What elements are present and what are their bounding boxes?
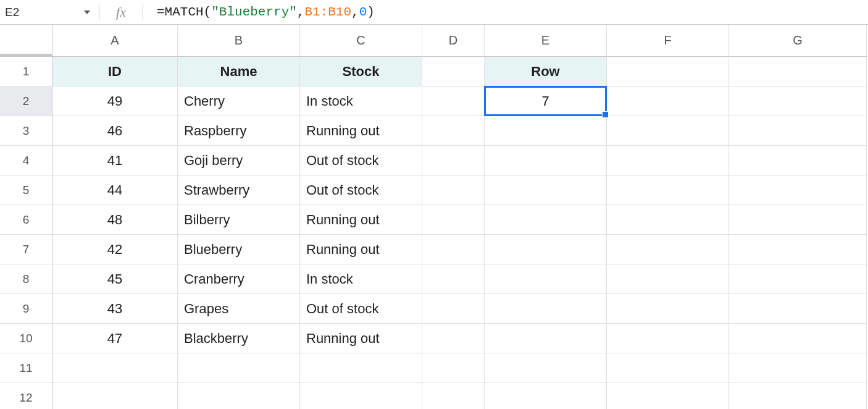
cell-G7[interactable] (729, 235, 867, 264)
cell-B12[interactable] (178, 383, 300, 409)
column-header-B[interactable]: B (178, 25, 300, 57)
cell-A10[interactable]: 47 (52, 324, 178, 353)
cell-E1[interactable]: Row (485, 57, 607, 86)
name-box-dropdown-icon[interactable] (84, 11, 90, 14)
cell-E12[interactable] (485, 383, 607, 409)
cell-C9[interactable]: Out of stock (300, 294, 422, 324)
row-header-5[interactable]: 5 (0, 175, 52, 205)
cell-A8[interactable]: 45 (52, 264, 178, 294)
cell-G2[interactable] (729, 86, 867, 116)
select-all-corner[interactable] (0, 25, 52, 57)
cell-C4[interactable]: Out of stock (300, 146, 422, 175)
cell-B3[interactable]: Raspberry (178, 116, 300, 146)
cell-A7[interactable]: 42 (52, 235, 178, 264)
cell-F4[interactable] (607, 146, 729, 175)
row-header-1[interactable]: 1 (0, 57, 52, 86)
cell-D5[interactable] (422, 175, 485, 205)
cell-C12[interactable] (300, 383, 422, 409)
cell-F11[interactable] (607, 353, 729, 383)
cell-F1[interactable] (607, 57, 729, 86)
cell-D11[interactable] (422, 353, 485, 383)
cell-D7[interactable] (422, 235, 485, 264)
cell-E4[interactable] (485, 146, 607, 175)
row-header-9[interactable]: 9 (0, 294, 52, 324)
row-header-4[interactable]: 4 (0, 146, 52, 175)
row-header-11[interactable]: 11 (0, 353, 52, 383)
cell-F3[interactable] (607, 116, 729, 146)
cell-F2[interactable] (607, 86, 729, 116)
cell-E6[interactable] (485, 205, 607, 235)
cell-E11[interactable] (485, 353, 607, 383)
cell-A1[interactable]: ID (52, 57, 178, 86)
cell-F7[interactable] (607, 235, 729, 264)
cell-D9[interactable] (422, 294, 485, 324)
cell-C10[interactable]: Running out (300, 324, 422, 353)
cell-E9[interactable] (485, 294, 607, 324)
cell-B8[interactable]: Cranberry (178, 264, 300, 294)
cell-G6[interactable] (729, 205, 867, 235)
cell-B4[interactable]: Goji berry (178, 146, 300, 175)
column-header-A[interactable]: A (52, 25, 178, 57)
cell-E8[interactable] (485, 264, 607, 294)
cell-B9[interactable]: Grapes (178, 294, 300, 324)
cell-F10[interactable] (607, 324, 729, 353)
cell-C1[interactable]: Stock (300, 57, 422, 86)
cell-C5[interactable]: Out of stock (300, 175, 422, 205)
cell-D4[interactable] (422, 146, 485, 175)
cell-G4[interactable] (729, 146, 867, 175)
cell-D10[interactable] (422, 324, 485, 353)
cell-E5[interactable] (485, 175, 607, 205)
cell-F9[interactable] (607, 294, 729, 324)
cell-C3[interactable]: Running out (300, 116, 422, 146)
row-header-8[interactable]: 8 (0, 264, 52, 294)
cell-E10[interactable] (485, 324, 607, 353)
cell-D8[interactable] (422, 264, 485, 294)
cell-G8[interactable] (729, 264, 867, 294)
name-box[interactable]: E2 (0, 0, 99, 24)
cell-A2[interactable]: 49 (52, 86, 178, 116)
cell-C6[interactable]: Running out (300, 205, 422, 235)
cell-F6[interactable] (607, 205, 729, 235)
cell-C8[interactable]: In stock (300, 264, 422, 294)
cell-A5[interactable]: 44 (52, 175, 178, 205)
cell-G9[interactable] (729, 294, 867, 324)
cell-B7[interactable]: Blueberry (178, 235, 300, 264)
cell-G1[interactable] (729, 57, 867, 86)
cell-C2[interactable]: In stock (300, 86, 422, 116)
cell-G12[interactable] (729, 383, 867, 409)
row-header-10[interactable]: 10 (0, 324, 52, 353)
cell-C7[interactable]: Running out (300, 235, 422, 264)
cell-A4[interactable]: 41 (52, 146, 178, 175)
cell-B2[interactable]: Cherry (178, 86, 300, 116)
column-header-C[interactable]: C (300, 25, 422, 57)
cell-G10[interactable] (729, 324, 867, 353)
cell-D12[interactable] (422, 383, 485, 409)
row-header-3[interactable]: 3 (0, 116, 52, 146)
cell-A6[interactable]: 48 (52, 205, 178, 235)
cell-B11[interactable] (178, 353, 300, 383)
cell-E2[interactable]: 7 (485, 86, 607, 116)
cell-E3[interactable] (485, 116, 607, 146)
cell-G5[interactable] (729, 175, 867, 205)
cell-G3[interactable] (729, 116, 867, 146)
row-header-6[interactable]: 6 (0, 205, 52, 235)
cell-B1[interactable]: Name (178, 57, 300, 86)
cell-D1[interactable] (422, 57, 485, 86)
column-header-G[interactable]: G (729, 25, 867, 57)
cell-F8[interactable] (607, 264, 729, 294)
cell-F12[interactable] (607, 383, 729, 409)
cell-B10[interactable]: Blackberry (178, 324, 300, 353)
cell-A11[interactable] (52, 353, 178, 383)
cell-G11[interactable] (729, 353, 867, 383)
formula-input[interactable]: =MATCH("Blueberry",B1:B10,0) (143, 0, 868, 24)
column-header-E[interactable]: E (485, 25, 607, 57)
cell-F5[interactable] (607, 175, 729, 205)
row-header-2[interactable]: 2 (0, 86, 52, 116)
row-header-7[interactable]: 7 (0, 235, 52, 264)
cell-A3[interactable]: 46 (52, 116, 178, 146)
cell-D6[interactable] (422, 205, 485, 235)
cell-D2[interactable] (422, 86, 485, 116)
cell-E7[interactable] (485, 235, 607, 264)
cell-B5[interactable]: Strawberry (178, 175, 300, 205)
column-header-D[interactable]: D (422, 25, 485, 57)
